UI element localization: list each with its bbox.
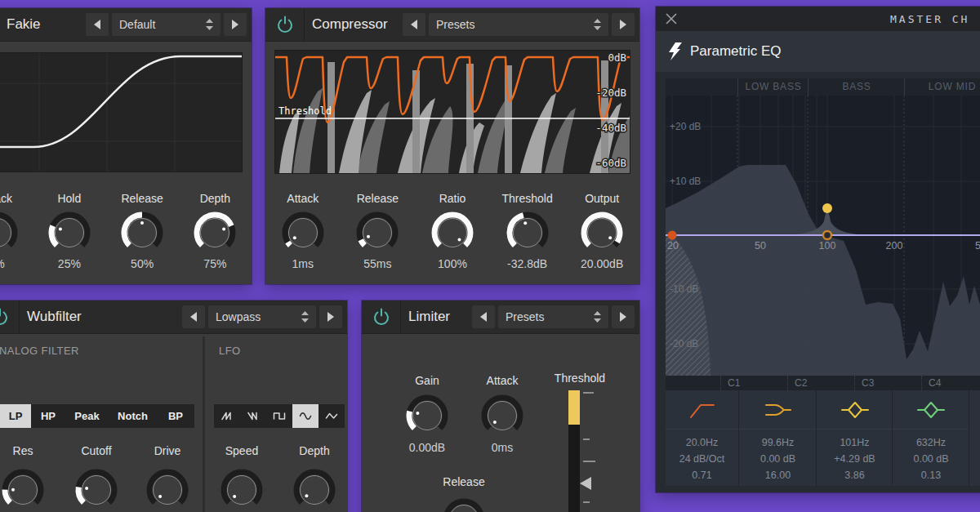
knob-label: Cutoff: [60, 444, 133, 461]
power-button[interactable]: [372, 307, 391, 327]
desktop: Fakie Default Attack: [0, 0, 980, 512]
freq-axis-label: 200: [886, 240, 903, 252]
preset-dropdown[interactable]: Default: [112, 13, 220, 36]
preset-value: Lowpass: [216, 310, 261, 323]
preset-prev-button[interactable]: [472, 305, 495, 328]
preset-dropdown[interactable]: Presets: [429, 13, 608, 36]
preset-next-button[interactable]: [612, 305, 635, 328]
band-card-5[interactable]: [969, 390, 980, 486]
power-button[interactable]: [275, 15, 295, 34]
hold-knob[interactable]: [47, 210, 92, 256]
band-card-1[interactable]: 20.0Hz 24 dB/Oct 0.71: [666, 390, 738, 486]
db-axis-label: -20 dB: [670, 338, 698, 349]
band-header-low-bass: LOW BASS: [737, 78, 808, 96]
threshold-knob[interactable]: [505, 210, 550, 256]
knob-label: Res: [0, 444, 60, 461]
eq-node-notch[interactable]: [823, 231, 831, 239]
depth-knob[interactable]: [292, 467, 337, 512]
band-gain: 0.00 dB: [893, 451, 969, 467]
knob-value: 1ms: [292, 257, 314, 270]
updown-arrows-icon: [594, 311, 601, 323]
channel-tab-c2[interactable]: C2: [787, 376, 855, 390]
close-button[interactable]: [665, 12, 678, 25]
release-knob[interactable]: [354, 210, 400, 256]
saw-down-wave-button[interactable]: [240, 404, 266, 428]
speed-knob-group: Speed: [205, 444, 278, 512]
band-card-3[interactable]: 101Hz +4.29 dB 3.86: [816, 390, 893, 486]
depth-knob[interactable]: [192, 210, 238, 256]
output-knob[interactable]: [579, 210, 625, 256]
filter-type-bp-button[interactable]: BP: [157, 404, 194, 428]
preset-prev-button[interactable]: [403, 13, 425, 36]
band-q: 0.71: [666, 467, 738, 483]
drive-knob-group: Drive: [131, 444, 204, 512]
db-scale-label: -40dB: [595, 122, 626, 134]
saw-up-wave-button[interactable]: [214, 404, 240, 428]
threshold-slider-handle[interactable]: [568, 390, 580, 425]
preset-prev-button[interactable]: [86, 13, 109, 36]
cutoff-knob-group: Cutoff: [60, 444, 133, 512]
panel-title: Wubfilter: [27, 301, 82, 332]
band-frequency: 632Hz: [893, 434, 969, 451]
preset-next-button[interactable]: [612, 13, 635, 36]
knob-label: Release: [357, 192, 399, 208]
preset-next-button[interactable]: [319, 305, 342, 328]
knob-label: Output: [585, 192, 619, 208]
attack-knob-value: 0ms: [466, 441, 539, 454]
plugin-title: Parametric EQ: [690, 31, 781, 72]
frequency-band-strip: LOW BASS BASS LOW MID: [666, 78, 980, 96]
knob-label: Hold: [57, 192, 81, 208]
release-knob[interactable]: [441, 496, 487, 512]
release-knob-group: Release 55ms: [341, 192, 416, 270]
gain-knob[interactable]: [404, 393, 450, 439]
channel-tab-c3[interactable]: C3: [854, 376, 922, 390]
channel-tab-c4[interactable]: C4: [921, 376, 980, 390]
db-axis-label: +10 dB: [670, 176, 701, 187]
band-card-4[interactable]: 632Hz 0.00 dB 0.13: [892, 390, 969, 486]
preset-dropdown[interactable]: Lowpass: [208, 305, 316, 328]
cutoff-knob[interactable]: [74, 467, 119, 512]
release-knob[interactable]: [119, 210, 165, 256]
knob-label: Depth: [200, 192, 230, 208]
speed-knob[interactable]: [219, 467, 265, 512]
preset-next-button[interactable]: [224, 13, 247, 36]
attack-knob[interactable]: [0, 210, 20, 256]
triangle-wave-button[interactable]: [318, 404, 345, 428]
attack-knob[interactable]: [280, 210, 326, 256]
left-arrow-icon: [94, 20, 100, 29]
band-card-2[interactable]: 99.6Hz 0.00 dB 16.00: [738, 390, 817, 486]
sine-wave-button[interactable]: [292, 404, 318, 428]
left-arrow-icon: [411, 20, 417, 29]
filter-type-notch-button[interactable]: Notch: [109, 404, 157, 428]
lfo-section-label: LFO: [219, 345, 240, 357]
res-knob[interactable]: [0, 467, 46, 512]
square-wave-button[interactable]: [266, 404, 292, 428]
ratio-knob[interactable]: [430, 210, 475, 256]
highpass-filter-icon: [688, 398, 717, 421]
preset-dropdown[interactable]: Presets: [498, 305, 608, 328]
preset-prev-button[interactable]: [182, 305, 205, 328]
updown-arrows-icon: [301, 311, 309, 323]
band-header-bass: BASS: [808, 78, 905, 96]
power-button[interactable]: [0, 307, 10, 327]
channel-tab-c1[interactable]: C1: [720, 376, 788, 390]
filter-type-peak-button[interactable]: Peak: [65, 404, 109, 428]
release-knob-label: Release: [427, 475, 501, 488]
knob-value: 20.00dB: [581, 257, 623, 270]
knob-value: 75%: [203, 257, 226, 270]
filter-type-lp-button[interactable]: LP: [0, 404, 31, 428]
depth-knob-group: Depth 75%: [179, 192, 252, 270]
filter-type-hp-button[interactable]: HP: [31, 404, 65, 428]
eq-node-highpass[interactable]: [668, 231, 677, 240]
right-arrow-icon: [232, 20, 238, 29]
knob-value: -32.8dB: [507, 257, 547, 270]
eq-node-bell[interactable]: [822, 203, 832, 213]
drive-knob[interactable]: [145, 467, 190, 512]
attack-knob[interactable]: [479, 393, 525, 439]
freq-axis-label: 100: [819, 240, 836, 252]
knob-label: Depth: [278, 444, 351, 461]
knob-value: 100%: [438, 257, 467, 270]
band-frequency: 101Hz: [817, 434, 893, 451]
db-axis-label: -10 dB: [670, 283, 698, 295]
release-knob-group: Release 50%: [106, 192, 179, 270]
